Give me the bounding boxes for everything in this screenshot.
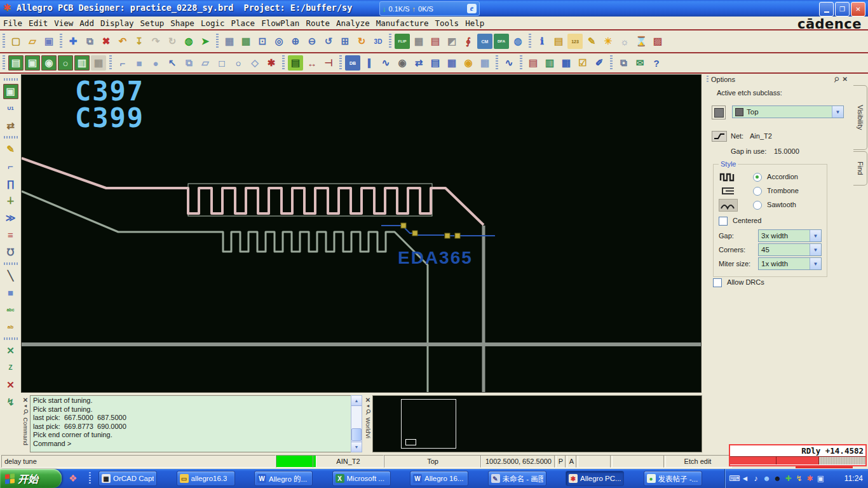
- shape-copy-icon[interactable]: ⧉: [181, 55, 196, 71]
- redo-disabled-icon[interactable]: ↷: [148, 34, 163, 49]
- net-schedule-icon[interactable]: ✕: [3, 343, 18, 358]
- db-doctor-icon[interactable]: DB: [345, 55, 360, 71]
- edit-text-icon[interactable]: ab: [3, 320, 18, 335]
- keyboard-icon[interactable]: ⌨: [729, 474, 740, 483]
- menu-item-analyze[interactable]: Analyze: [333, 17, 373, 29]
- menu-item-flowplan[interactable]: FlowPlan: [258, 17, 302, 29]
- swap-refdes-icon[interactable]: ⇄: [411, 55, 426, 71]
- shape-edit-boundary-icon[interactable]: ▱: [198, 55, 213, 71]
- move-component-icon[interactable]: ⇄: [3, 118, 18, 133]
- accordion-loop-icon[interactable]: ℧: [3, 245, 18, 260]
- snapshot-icon[interactable]: ◉: [395, 55, 410, 71]
- chevron-down-icon[interactable]: ▼: [832, 106, 843, 118]
- menu-item-help[interactable]: Help: [462, 17, 487, 29]
- gap-dropdown[interactable]: 3x width ▼: [758, 229, 822, 242]
- net-unroute-icon[interactable]: ✕: [3, 377, 18, 393]
- status-world-icon[interactable]: ◍: [510, 34, 526, 49]
- fix-pin-icon[interactable]: ➤: [198, 34, 213, 49]
- task-button-allegro-6[interactable]: ✱Allegro PC...: [566, 471, 624, 486]
- task-button-folder-1[interactable]: ▭allegro16.3: [177, 471, 235, 486]
- display-icon[interactable]: ▣: [815, 474, 826, 483]
- radio-trombone[interactable]: Trombone: [753, 187, 799, 196]
- menu-item-place[interactable]: Place: [228, 17, 259, 29]
- chevron-down-icon[interactable]: ▼: [810, 258, 821, 269]
- copy-icon[interactable]: ⧉: [82, 34, 97, 49]
- chevron-down-icon[interactable]: ▼: [810, 230, 821, 241]
- thunder-icon[interactable]: ↯: [794, 474, 804, 483]
- quick-launch-icon[interactable]: ❖: [69, 473, 77, 484]
- chevron-down-icon[interactable]: ▼: [810, 244, 821, 255]
- minimize-button[interactable]: [819, 2, 834, 17]
- assign-color-icon[interactable]: ∮: [461, 34, 476, 49]
- rats-all-icon[interactable]: ▩: [238, 34, 254, 49]
- open-drawing-icon[interactable]: ▱: [25, 34, 40, 49]
- menu-item-route[interactable]: Route: [302, 17, 333, 29]
- package-keepin-icon[interactable]: ○: [58, 55, 73, 71]
- place-component-icon[interactable]: ▣: [3, 84, 18, 99]
- help-icon[interactable]: ?: [649, 55, 664, 71]
- zoom-fit-icon[interactable]: ◎: [271, 34, 287, 49]
- rotate-disabled-icon[interactable]: ↻: [165, 34, 180, 49]
- ie-icon[interactable]: e: [467, 4, 477, 13]
- messenger-icon[interactable]: ☻: [761, 474, 772, 483]
- menu-item-add[interactable]: Add: [76, 17, 97, 29]
- design-canvas[interactable]: C397 C399 EDA365: [21, 74, 702, 393]
- net-style-button[interactable]: [712, 131, 727, 142]
- net-topology-icon[interactable]: ∿: [501, 55, 517, 71]
- flip-design-icon[interactable]: FLIP: [395, 34, 410, 49]
- add-rect-icon[interactable]: ■: [3, 285, 18, 301]
- dfa-check-icon[interactable]: DFA: [494, 34, 509, 49]
- unrats-all-icon[interactable]: ▦: [222, 34, 237, 49]
- pin-worldview-icon[interactable]: ⚲: [363, 407, 372, 417]
- replicate-icon[interactable]: ▦: [477, 55, 492, 71]
- shape-add-icon[interactable]: ⌐: [115, 55, 130, 71]
- menu-item-logic[interactable]: Logic: [198, 17, 228, 29]
- spread-lines-icon[interactable]: ≫: [3, 210, 18, 226]
- panel-grip[interactable]: [707, 76, 709, 83]
- via-keepout-icon[interactable]: ◉: [41, 55, 57, 71]
- view-3d-icon[interactable]: 3D: [370, 34, 386, 49]
- start-button[interactable]: 开始: [0, 469, 62, 488]
- scroll-up-icon[interactable]: ▲: [351, 396, 362, 406]
- drc-browser-icon[interactable]: ▦: [559, 55, 574, 71]
- scroll-track[interactable]: [351, 406, 362, 442]
- add-line-icon[interactable]: ╲: [3, 268, 18, 283]
- subclass-dropdown[interactable]: Top ▼: [732, 105, 844, 118]
- menu-item-display[interactable]: Display: [97, 17, 137, 29]
- tab-visibility[interactable]: Visibility: [853, 85, 867, 150]
- copy-clipboard-icon[interactable]: ⧉: [616, 55, 631, 71]
- qq-icon[interactable]: ☻: [772, 474, 783, 483]
- padstack-modify-icon[interactable]: ▤: [288, 55, 303, 71]
- console-scrollbar[interactable]: ▲ ▼: [351, 395, 362, 452]
- shape-merge-icon[interactable]: ✱: [264, 55, 279, 71]
- close-panel-icon[interactable]: ✕: [843, 76, 848, 84]
- pin-panel-icon[interactable]: ⚲: [832, 74, 841, 84]
- taskbar-clock[interactable]: 11:24: [844, 474, 868, 483]
- view-window[interactable]: [405, 439, 416, 445]
- centered-checkbox[interactable]: [719, 217, 728, 226]
- collapse-arrow-icon[interactable]: ◄: [740, 474, 750, 483]
- menu-item-view[interactable]: View: [51, 17, 76, 29]
- delete-icon[interactable]: ✖: [98, 34, 114, 49]
- task-button-browser-7[interactable]: ●发表帖子 -...: [644, 471, 702, 486]
- scroll-thumb[interactable]: [351, 428, 362, 441]
- design-book-icon[interactable]: ▥: [542, 55, 557, 71]
- security-alert-icon[interactable]: ✱: [804, 474, 815, 483]
- corners-dropdown[interactable]: 45 ▼: [758, 243, 822, 256]
- void-poly-icon[interactable]: ◇: [247, 55, 262, 71]
- package-keepout-icon[interactable]: ▥: [74, 55, 90, 71]
- centered-checkbox-row[interactable]: Centered: [719, 217, 761, 226]
- route-keepout-icon[interactable]: ▣: [25, 55, 40, 71]
- menu-item-setup[interactable]: Setup: [137, 17, 168, 29]
- radio-sawtooth[interactable]: Sawtooth: [753, 201, 796, 210]
- menu-item-shape[interactable]: Shape: [167, 17, 198, 29]
- add-connect-icon[interactable]: ✎: [3, 142, 18, 157]
- new-drawing-icon[interactable]: ▢: [8, 34, 24, 49]
- antivirus-shield-icon[interactable]: ✚: [783, 474, 794, 483]
- shine-icon[interactable]: ☀: [600, 34, 616, 49]
- network-traffic-widget[interactable]: ↓ 0.1K/S ↑ 0K/S e: [379, 1, 480, 16]
- menu-item-file[interactable]: File: [0, 17, 25, 29]
- redraw-icon[interactable]: ↻: [354, 34, 369, 49]
- align-components-icon[interactable]: ∥: [362, 55, 377, 71]
- net-route-icon[interactable]: Z: [3, 360, 18, 376]
